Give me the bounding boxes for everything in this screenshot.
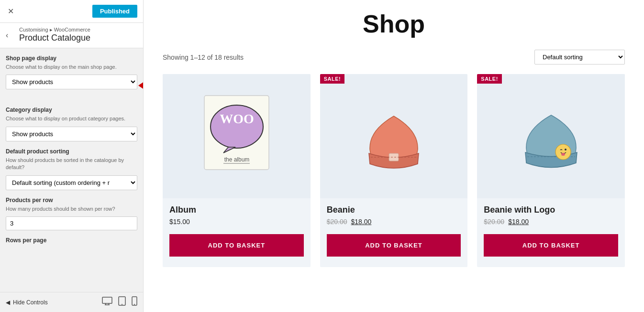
rows-per-page-label: Rows per page: [6, 237, 137, 244]
svg-point-17: [555, 144, 571, 160]
svg-rect-0: [102, 297, 112, 303]
sale-badge-beanie-logo: SALE!: [477, 74, 502, 84]
svg-text:WOO: WOO: [220, 111, 254, 126]
price-sale-beanie: $18.00: [351, 218, 371, 226]
svg-rect-14: [389, 153, 399, 161]
shop-display-select[interactable]: Show products Show categories Show categ…: [6, 75, 137, 89]
results-text: Showing 1–12 of 18 results: [163, 54, 244, 61]
shop-title: Shop: [163, 10, 625, 38]
close-button[interactable]: ✕: [6, 5, 16, 18]
tablet-icon[interactable]: [118, 296, 126, 308]
beanie-logo-artwork: [513, 92, 589, 181]
default-sorting-select[interactable]: Default sorting (custom ordering + r Pop…: [6, 175, 137, 190]
svg-point-19: [561, 153, 565, 156]
price-original-beanie-logo: $20.00: [484, 218, 504, 226]
products-per-row-input[interactable]: [6, 216, 137, 230]
product-name-beanie-logo: Beanie with Logo: [484, 205, 618, 215]
hide-controls-button[interactable]: ◀ Hide Controls: [6, 299, 48, 306]
price-sale-beanie-logo: $18.00: [508, 218, 529, 226]
breadcrumb-path: Customising ▸ WooCommerce: [19, 27, 90, 33]
svg-point-5: [122, 304, 122, 305]
product-card-beanie: SALE! Beanie $20.00 $18.00: [320, 74, 468, 267]
svg-point-7: [134, 304, 135, 305]
category-display-label: Category display: [6, 107, 137, 113]
beanie-artwork: [355, 92, 432, 181]
sale-badge-beanie: SALE!: [320, 74, 345, 84]
product-info-album: Album $15.00 ADD TO BASKET: [163, 198, 311, 267]
shop-display-dropdown-wrapper: Show products Show categories Show categ…: [6, 75, 137, 96]
shop-meta-row: Showing 1–12 of 18 results Default sorti…: [163, 50, 625, 65]
product-card-album: WOO the album Album $15.00 ADD TO BASKET: [163, 74, 311, 267]
products-per-row-desc: How many products should be shown per ro…: [6, 205, 137, 213]
panel-content: Shop page display Choose what to display…: [0, 48, 143, 292]
sorting-desc: How should products be sorted in the cat…: [6, 157, 137, 172]
product-name-album: Album: [169, 205, 304, 215]
bottom-bar: ◀ Hide Controls: [0, 292, 143, 312]
left-panel: ✕ Published ‹ Customising ▸ WooCommerce …: [0, 0, 144, 312]
sorting-label: Default product sorting: [6, 148, 137, 155]
sorting-select[interactable]: Default sorting Sort by popularity Sort …: [534, 50, 625, 65]
album-artwork: WOO the album: [195, 91, 278, 182]
add-to-basket-beanie[interactable]: ADD TO BASKET: [327, 234, 461, 257]
price-original-beanie: $20.00: [327, 218, 347, 226]
category-display-desc: Choose what to display on product catego…: [6, 115, 137, 122]
products-per-row-label: Products per row: [6, 197, 137, 204]
arrow-indicator: [138, 82, 143, 89]
shop-display-label: Shop page display: [6, 55, 137, 62]
products-grid: WOO the album Album $15.00 ADD TO BASKET: [163, 74, 625, 267]
arrow-head: [138, 82, 143, 89]
product-image-beanie: SALE!: [320, 74, 468, 198]
category-display-select[interactable]: Show products Show categories Show categ…: [6, 127, 137, 141]
hide-arrow-icon: ◀: [6, 299, 10, 306]
product-info-beanie: Beanie $20.00 $18.00 ADD TO BASKET: [320, 198, 468, 267]
product-name-beanie: Beanie: [327, 205, 461, 215]
back-button[interactable]: ‹: [6, 31, 8, 40]
product-card-beanie-logo: SALE!: [477, 74, 625, 267]
top-bar: ✕ Published: [0, 0, 143, 23]
price-album: $15.00: [169, 218, 190, 226]
svg-point-18: [565, 149, 566, 151]
desktop-icon[interactable]: [102, 296, 112, 308]
breadcrumb-section: ‹ Customising ▸ WooCommerce Product Cata…: [0, 23, 143, 48]
main-content: Shop Showing 1–12 of 18 results Default …: [144, 0, 644, 312]
price-row-beanie: $20.00 $18.00: [327, 218, 461, 226]
product-info-beanie-logo: Beanie with Logo $20.00 $18.00 ADD TO BA…: [477, 198, 625, 267]
shop-display-desc: Choose what to display on the main shop …: [6, 64, 137, 71]
add-to-basket-beanie-logo[interactable]: ADD TO BASKET: [484, 234, 618, 257]
product-image-beanie-logo: SALE!: [477, 74, 625, 198]
mobile-icon[interactable]: [132, 296, 137, 308]
breadcrumb-title: Product Catalogue: [19, 33, 90, 43]
price-row-beanie-logo: $20.00 $18.00: [484, 218, 618, 226]
published-button[interactable]: Published: [92, 5, 137, 18]
product-image-album: WOO the album: [163, 74, 311, 198]
svg-text:the album: the album: [224, 156, 249, 163]
add-to-basket-album[interactable]: ADD TO BASKET: [169, 234, 304, 257]
device-icons: [102, 296, 137, 308]
price-row-album: $15.00: [169, 218, 304, 226]
hide-controls-label: Hide Controls: [13, 299, 48, 306]
